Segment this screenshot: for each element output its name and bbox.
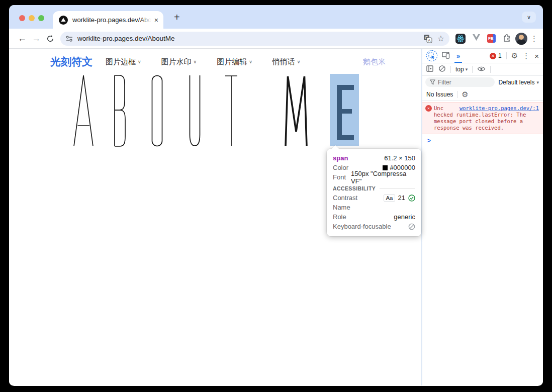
translate-icon[interactable]: GA [423, 34, 432, 43]
not-focusable-icon [408, 223, 415, 230]
nav-item-border[interactable]: 图片边框∨ [106, 57, 141, 67]
console-error-message[interactable]: ✕ Unc worklite-pro.pages.dev/:1 hecked r… [422, 102, 543, 134]
inspected-element-highlight[interactable] [330, 74, 359, 146]
role-label: Role [333, 213, 346, 221]
inspect-element-icon[interactable] [426, 50, 437, 61]
extensions-puzzle-icon[interactable] [502, 33, 511, 44]
javascript-context-dropdown[interactable]: top▾ [455, 66, 468, 73]
svg-text:A: A [428, 38, 431, 43]
browser-window: worklite-pro.pages.dev/Abou × + ∨ ← → wo… [9, 5, 543, 386]
tooltip-font-label: Font [333, 173, 346, 181]
bookmark-star-icon[interactable]: ☆ [437, 34, 444, 43]
devtools-menu-icon[interactable]: ⋮ [522, 51, 530, 60]
console-prompt-chevron[interactable]: > [422, 134, 543, 144]
vue-devtools-icon[interactable] [472, 34, 481, 43]
web-page: 光刻符文 图片边框∨ 图片水印∨ 图片编辑∨ 悄悄话∨ 鹅包米 span 61.… [9, 49, 421, 385]
name-label: Name [333, 204, 350, 211]
keyboard-focusable-label: Keyboard-focusable [333, 223, 391, 230]
contrast-label: Contrast [333, 194, 357, 202]
console-filter-input[interactable] [438, 79, 483, 86]
contrast-value: 21 [398, 194, 405, 202]
log-levels-dropdown[interactable]: Default levels▾ [498, 79, 540, 86]
console-filter-bar: Default levels▾ [422, 76, 543, 88]
chevron-down-icon: ∨ [249, 59, 252, 64]
toolbar-divider [513, 35, 513, 43]
address-bar[interactable]: worklite-pro.pages.dev/AboutMe GA ☆ [60, 32, 449, 46]
tab-close-icon[interactable]: × [154, 16, 158, 24]
devtools-close-icon[interactable]: × [534, 52, 539, 60]
profile-avatar[interactable] [515, 33, 527, 45]
nav-item-edit[interactable]: 图片编辑∨ [217, 57, 252, 67]
inspect-tooltip: span 61.2 × 150 Color #000000 Font 150px… [327, 149, 421, 236]
hero-letter-b [113, 74, 126, 146]
issues-count[interactable]: No Issues [426, 91, 453, 98]
error-message-text: hecked runtime.lastError: The message po… [425, 112, 532, 131]
filter-funnel-icon [430, 79, 435, 85]
new-tab-button[interactable]: + [174, 12, 180, 22]
error-icon: ✕ [490, 53, 496, 59]
url-text[interactable]: worklite-pro.pages.dev/AboutMe [77, 35, 418, 42]
hero-letter-u [188, 74, 202, 146]
role-value: generic [394, 213, 415, 221]
error-circle-icon: ✕ [425, 105, 432, 112]
tooltip-font-value: 150px "Compressa VF" [351, 170, 415, 185]
site-brand[interactable]: 光刻符文 [50, 55, 93, 69]
hero-letter-m [284, 74, 309, 146]
window-close-button[interactable] [19, 15, 25, 21]
reload-button-icon[interactable] [43, 35, 57, 43]
chevron-down-icon: ∨ [297, 59, 301, 64]
contrast-sample: Aa [384, 194, 395, 202]
tab-search-button[interactable]: ∨ [522, 12, 536, 23]
tooltip-color-label: Color [333, 164, 348, 171]
hero-letter-a [73, 74, 94, 146]
accessibility-title: ACCESSIBILITY [333, 185, 376, 191]
browser-toolbar: ← → worklite-pro.pages.dev/AboutMe GA ☆ … [9, 29, 543, 49]
hero-letter-t [224, 74, 238, 146]
clear-console-icon[interactable] [438, 65, 446, 74]
window-zoom-button[interactable] [38, 15, 44, 21]
console-toolbar: top▾ [422, 63, 543, 76]
forward-button-icon[interactable]: → [29, 33, 43, 44]
console-settings-gear-icon[interactable]: ⚙ [462, 90, 468, 99]
tooltip-tag-name: span [333, 154, 348, 162]
fe-extension-icon[interactable]: FE [487, 34, 496, 43]
browser-tab[interactable]: worklite-pro.pages.dev/Abou × [53, 11, 163, 29]
error-count-badge[interactable]: ✕ 1 [490, 52, 502, 59]
react-devtools-icon[interactable] [455, 34, 466, 44]
nav-item-whisper[interactable]: 悄悄话∨ [272, 57, 301, 67]
devtools-settings-icon[interactable]: ⚙ [511, 51, 518, 60]
extensions-area: FE [455, 33, 511, 44]
chevron-down-icon: ∨ [138, 59, 141, 64]
chevron-down-icon: ∨ [194, 59, 197, 64]
window-minimize-button[interactable] [29, 15, 35, 21]
tab-title: worklite-pro.pages.dev/Abou [72, 16, 151, 24]
back-button-icon[interactable]: ← [15, 33, 29, 44]
tab-strip: worklite-pro.pages.dev/Abou × + ∨ [9, 5, 543, 29]
contrast-pass-icon [408, 194, 415, 202]
nav-item-watermark[interactable]: 图片水印∨ [161, 57, 197, 67]
hero-letter-o [150, 74, 164, 146]
more-panels-button[interactable]: » [454, 49, 462, 63]
nav-right-link[interactable]: 鹅包米 [363, 57, 386, 67]
filter-input-wrapper[interactable] [425, 77, 495, 87]
site-settings-icon[interactable] [65, 35, 73, 42]
site-nav: 光刻符文 图片边框∨ 图片水印∨ 图片编辑∨ 悄悄话∨ 鹅包米 [9, 49, 421, 75]
site-favicon-icon [59, 16, 68, 25]
console-sidebar-icon[interactable] [426, 65, 434, 74]
devtools-panel: » ✕ 1 ⚙ ⋮ × top▾ [421, 49, 543, 385]
error-source-link[interactable]: worklite-pro.pages.dev/:1 [459, 105, 539, 112]
issues-bar: No Issues ⚙ [422, 88, 543, 101]
device-toolbar-icon[interactable] [442, 51, 450, 60]
live-expression-eye-icon[interactable] [477, 66, 486, 73]
tooltip-dimensions: 61.2 × 150 [384, 154, 415, 162]
browser-menu-icon[interactable]: ⋮ [530, 34, 538, 43]
devtools-tab-bar: » ✕ 1 ⚙ ⋮ × [422, 49, 543, 63]
